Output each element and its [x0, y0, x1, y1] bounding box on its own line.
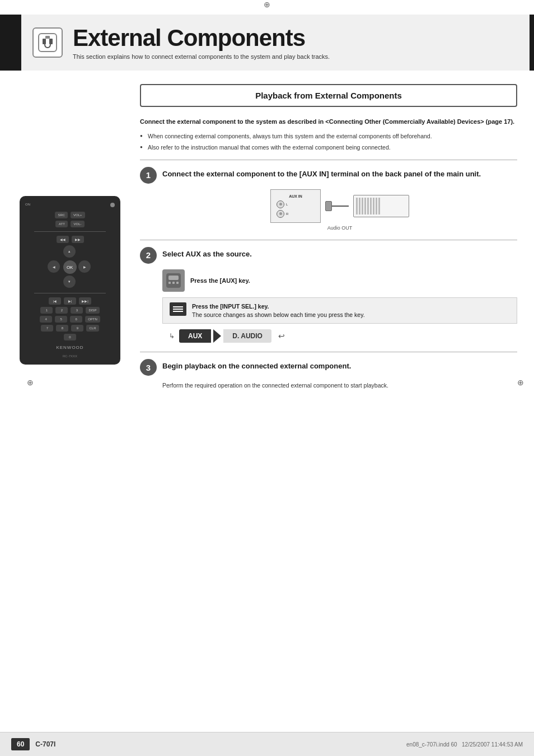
- playback-box: Playback from External Components: [140, 84, 517, 107]
- jack-label: L: [286, 203, 288, 206]
- page: ⊕ External Components This section expla…: [0, 0, 534, 756]
- right-panel: Playback from External Components Connec…: [134, 84, 534, 399]
- rc-btn-row-3: ◀◀ ▶▶: [57, 236, 84, 243]
- step-3-title: Begin playback on the connected external…: [162, 359, 351, 371]
- header-text-block: External Components This section explain…: [73, 25, 513, 60]
- step-3-header: 3 Begin playback on the connected extern…: [140, 359, 517, 376]
- audio-unit: [353, 195, 409, 217]
- rc-btn[interactable]: VOL-: [71, 221, 84, 227]
- rc-btn[interactable]: ATT: [55, 221, 68, 227]
- rc-brand: KENWOOD: [56, 345, 83, 350]
- rc-nav-center[interactable]: OK: [63, 260, 77, 274]
- aux-box: AUX: [179, 329, 211, 343]
- jack-circle: [277, 200, 284, 208]
- footer-page-number: 60: [11, 738, 30, 750]
- footer-model: C-707I: [35, 740, 55, 748]
- header-section: External Components This section explain…: [0, 15, 534, 71]
- step-1-title: Connect the external component to the [A…: [162, 167, 481, 179]
- audio-unit-stripes: [356, 198, 406, 214]
- aux-key-icon: [162, 269, 185, 292]
- divider-1: [140, 160, 517, 160]
- bullet-item-1: When connecting external components, alw…: [140, 132, 517, 141]
- rc-btn[interactable]: ▶▶|: [79, 297, 91, 305]
- left-reg-mark: ⊕: [27, 378, 34, 387]
- black-sidebar: [0, 15, 21, 71]
- rc-btn-num[interactable]: 1: [40, 307, 53, 314]
- rc-btn-row-5: 1 2 3 DISP: [40, 307, 99, 314]
- rc-btn[interactable]: OPTN: [85, 316, 100, 323]
- rc-nav-left[interactable]: ◀: [48, 260, 60, 273]
- step-2-title: Select AUX as the source.: [162, 247, 252, 259]
- rc-btn[interactable]: SRC: [55, 212, 68, 218]
- rc-btn[interactable]: ▶▶: [72, 236, 84, 243]
- rc-nav-up[interactable]: ▲: [63, 245, 76, 258]
- rc-model: RC-7XXX: [63, 354, 77, 358]
- svg-rect-6: [168, 282, 171, 284]
- jack-row-1: L: [277, 200, 315, 208]
- jack-label: R: [286, 212, 288, 216]
- press-input-sel-bold: Press the [INPUT SEL.] key.: [192, 302, 365, 311]
- rc-btn[interactable]: ▶|: [64, 297, 76, 305]
- rc-btn[interactable]: |◀: [49, 297, 61, 305]
- rc-light: [110, 203, 115, 207]
- rc-btn[interactable]: VOL+: [71, 212, 85, 218]
- aux-key-section: Press the [AUX] key.: [162, 269, 517, 292]
- rc-btn-row-7: 7 8 9 CLR: [41, 325, 99, 332]
- audio-out-label: Audio OUT: [327, 225, 353, 231]
- rc-btn-row-8: 0: [64, 334, 76, 340]
- connector-cable: [325, 201, 349, 211]
- rc-btn-num[interactable]: 2: [55, 307, 68, 314]
- rc-divider-2: [34, 293, 106, 293]
- rc-nav-right[interactable]: ▶: [78, 260, 91, 273]
- rc-btn[interactable]: CLR: [86, 325, 99, 332]
- remote-control: ON SRC VOL+ ATT VOL- ◀◀ ▶▶: [20, 196, 120, 365]
- rc-btn-num[interactable]: 5: [55, 316, 67, 323]
- chapter-icon: [32, 27, 63, 58]
- step-2-section: 2 Select AUX as the source.: [140, 247, 517, 343]
- bullet-item-2: Also refer to the instruction manual tha…: [140, 143, 517, 152]
- loop-arrow: ↩: [278, 332, 285, 340]
- rc-nav-down[interactable]: ▼: [63, 276, 76, 288]
- input-icon-lines: [173, 306, 183, 312]
- press-aux-text: Press the [AUX] key.: [190, 277, 250, 284]
- rc-btn-num[interactable]: 4: [40, 316, 52, 323]
- rc-btn-row-1: SRC VOL+: [55, 212, 85, 218]
- svg-rect-1: [43, 39, 46, 44]
- svg-rect-4: [166, 273, 181, 288]
- main-content: ON SRC VOL+ ATT VOL- ◀◀ ▶▶: [0, 84, 534, 399]
- step-1-section: 1 Connect the external component to the …: [140, 167, 517, 231]
- svg-rect-7: [172, 282, 175, 284]
- header-content: External Components This section explain…: [21, 15, 530, 71]
- rc-btn-num[interactable]: 6: [70, 316, 82, 323]
- rc-btn-num[interactable]: 3: [71, 307, 83, 314]
- step-1-header: 1 Connect the external component to the …: [140, 167, 517, 184]
- input-sel-section: Press the [INPUT SEL.] key. The source c…: [162, 297, 517, 324]
- aux-jacks: L R: [277, 200, 315, 218]
- right-sidebar: [530, 15, 534, 71]
- jack-circle: [277, 210, 284, 218]
- svg-rect-8: [176, 282, 179, 284]
- footer-file-info: en08_c-707i.indd 60 12/25/2007 11:44:53 …: [406, 741, 523, 748]
- rc-btn[interactable]: 0: [64, 334, 76, 340]
- rc-btn-num[interactable]: 7: [41, 325, 53, 332]
- daudio-box: D. AUDIO: [223, 329, 271, 343]
- input-sel-icon: [170, 302, 186, 316]
- rc-btn-num[interactable]: 8: [56, 325, 68, 332]
- svg-rect-3: [45, 36, 50, 39]
- step2-content: Press the [AUX] key. Press the [: [162, 269, 517, 343]
- rc-btn-num[interactable]: 9: [71, 325, 83, 332]
- rc-btn[interactable]: DISP: [86, 307, 99, 314]
- top-reg-mark: ⊕: [0, 0, 534, 9]
- aux-in-diagram: AUX IN L R: [162, 189, 517, 231]
- rc-divider: [34, 231, 106, 232]
- main-title: External Components: [73, 25, 513, 51]
- input-sel-text: Press the [INPUT SEL.] key. The source c…: [192, 302, 365, 319]
- step3-content: Perform the required operation on the co…: [162, 381, 517, 390]
- step-2-number: 2: [140, 247, 157, 264]
- jack-row-2: R: [277, 210, 315, 218]
- right-reg-mark: ⊕: [517, 378, 524, 387]
- rc-btn[interactable]: ◀◀: [57, 236, 69, 243]
- input-sel-desc: The source changes as shown below each t…: [192, 311, 365, 318]
- rc-btn-row-2: ATT VOL-: [55, 221, 84, 227]
- rc-btn-row-6: 4 5 6 OPTN: [40, 316, 100, 323]
